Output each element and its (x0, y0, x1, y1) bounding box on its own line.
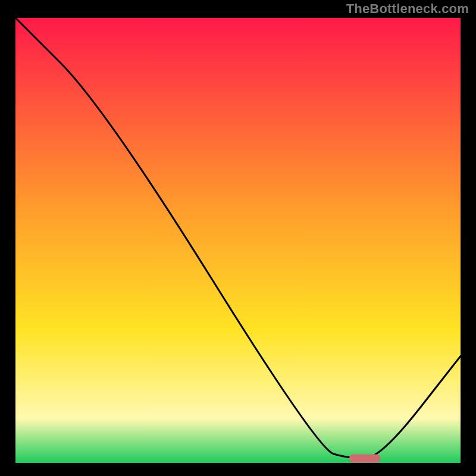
watermark-text: TheBottleneck.com (346, 1, 469, 17)
plot-area (15, 18, 461, 463)
bottleneck-chart (0, 0, 476, 476)
chart-frame: TheBottleneck.com (0, 0, 476, 476)
optimal-range-marker (349, 455, 380, 463)
